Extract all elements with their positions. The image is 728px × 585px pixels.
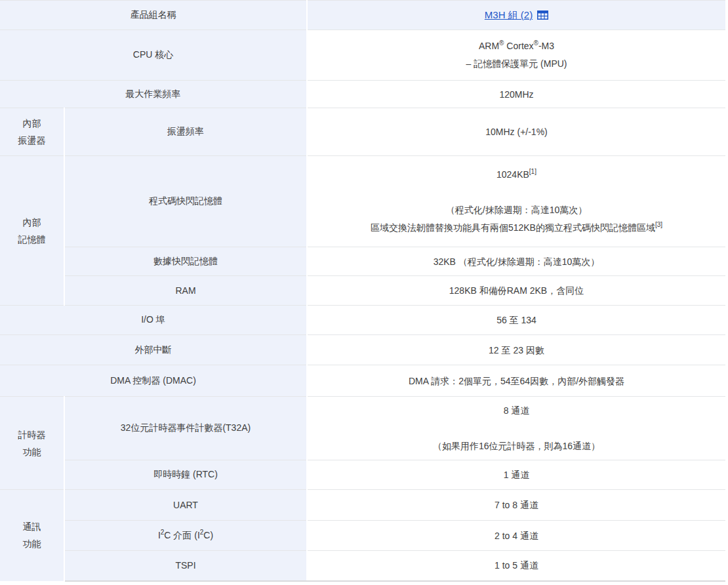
code-flash-label: 程式碼快閃記憶體	[64, 156, 307, 247]
row-label: RAM	[175, 285, 195, 296]
row-external-interrupts: 外部中斷 12 至 23 因數	[0, 335, 725, 365]
row-io-ports: I/O 埠 56 至 134	[0, 306, 725, 335]
row-dma-controller: DMA 控制器 (DMAC) DMA 請求：2個單元，54至64因數，內部/外部…	[0, 365, 725, 397]
row-tspi: TSPI 1 to 5 通道	[0, 551, 725, 581]
row-rtc: 即時時鐘 (RTC) 1 通道	[0, 460, 725, 490]
row-oscillation-frequency: 內部 振盪器 振盪頻率 10MHz (+/-1%)	[0, 108, 725, 156]
data-flash-value: 32KB （程式化/抹除週期：高達10萬次）	[307, 247, 725, 276]
row-product-group: 產品組名稱 M3H 組 (2)	[0, 1, 725, 30]
footnote-3: [3]	[655, 221, 662, 228]
product-group-value: M3H 組 (2)	[307, 1, 725, 30]
ram-label: RAM	[64, 276, 307, 306]
code-flash-value: 1024KB[1] （程式化/抹除週期：高達10萬次） 區域交換法韌體替換功能具…	[307, 156, 725, 247]
max-frequency-label: 最大作業頻率	[0, 81, 307, 108]
registered-mark: ®	[534, 39, 538, 47]
code-flash-size-line: 1024KB[1]	[313, 166, 720, 184]
ram-value: 128KB 和備份RAM 2KB，含同位	[307, 276, 725, 306]
row-label: UART	[173, 500, 198, 510]
oscillation-frequency-label: 振盪頻率	[64, 108, 307, 156]
row-label: 產品組名稱	[131, 9, 176, 20]
io-ports-label: I/O 埠	[0, 306, 307, 335]
link-text[interactable]: M3H 組 (2)	[485, 7, 533, 24]
table-grid-icon[interactable]	[537, 10, 548, 20]
t32a-channels-line: 8 通道	[313, 402, 720, 420]
row-t32a-timer: 計時器 功能 32位元計時器事件計數器(T32A) 8 通道 （如果用作16位元…	[0, 397, 725, 460]
data-flash-label: 數據快閃記憶體	[64, 247, 307, 276]
row-max-frequency: 最大作業頻率 120MHz	[0, 81, 725, 108]
row-label: 程式碼快閃記憶體	[149, 195, 222, 206]
product-spec-table: 產品組名稱 M3H 組 (2) CPU 核心 ARM® Cortex®-M3 –…	[0, 0, 725, 582]
cpu-core-label: CPU 核心	[0, 30, 307, 81]
group-communication-functions: 通訊 功能	[0, 490, 64, 581]
i2c-label: I2C 介面 (I2C)	[64, 521, 307, 551]
uart-label: UART	[64, 490, 307, 521]
row-code-flash: 內部 記憶體 程式碼快閃記憶體 1024KB[1] （程式化/抹除週期：高達10…	[0, 156, 725, 247]
footnote-1: [1]	[529, 168, 536, 175]
row-label: CPU 核心	[133, 49, 173, 60]
row-ram: RAM 128KB 和備份RAM 2KB，含同位	[0, 276, 725, 306]
t32a-note-line: （如果用作16位元計時器，則為16通道）	[313, 437, 720, 455]
group-internal-memory: 內部 記憶體	[0, 156, 64, 306]
row-data-flash: 數據快閃記憶體 32KB （程式化/抹除週期：高達10萬次）	[0, 247, 725, 276]
group-internal-oscillator: 內部 振盪器	[0, 108, 64, 156]
row-label: 數據快閃記憶體	[153, 256, 218, 266]
row-cpu-core: CPU 核心 ARM® Cortex®-M3 – 記憶體保護單元 (MPU)	[0, 30, 725, 81]
row-label: 32位元計時器事件計數器(T32A)	[121, 422, 251, 433]
row-label: 振盪頻率	[167, 126, 204, 136]
dma-controller-label: DMA 控制器 (DMAC)	[0, 365, 307, 397]
row-label: 外部中斷	[135, 344, 172, 355]
tspi-value: 1 to 5 通道	[307, 551, 725, 581]
row-i2c: I2C 介面 (I2C) 2 to 4 通道	[0, 521, 725, 551]
row-label: 即時時鐘 (RTC)	[153, 469, 218, 479]
code-flash-swap-line: 區域交換法韌體替換功能具有兩個512KB的獨立程式碼快閃記憶體區域[3]	[313, 219, 720, 237]
group-timer-functions: 計時器 功能	[0, 397, 64, 490]
spacer-line	[313, 420, 720, 437]
product-group-link[interactable]: M3H 組 (2)	[485, 7, 548, 24]
max-frequency-value: 120MHz	[307, 81, 725, 108]
dma-controller-value: DMA 請求：2個單元，54至64因數，內部/外部觸發器	[307, 365, 725, 397]
row-label: I/O 埠	[141, 314, 165, 325]
t32a-timer-value: 8 通道 （如果用作16位元計時器，則為16通道）	[307, 397, 725, 460]
i2c-value: 2 to 4 通道	[307, 521, 725, 551]
row-label: DMA 控制器 (DMAC)	[110, 375, 196, 386]
product-group-label: 產品組名稱	[0, 1, 307, 30]
rtc-value: 1 通道	[307, 460, 725, 490]
spacer-line	[313, 184, 720, 201]
row-label: TSPI	[175, 560, 195, 571]
cpu-mpu-line: – 記憶體保護單元 (MPU)	[313, 55, 720, 73]
cpu-core-value: ARM® Cortex®-M3 – 記憶體保護單元 (MPU)	[307, 30, 725, 81]
row-uart: 通訊 功能 UART 7 to 8 通道	[0, 490, 725, 521]
oscillation-frequency-value: 10MHz (+/-1%)	[307, 108, 725, 156]
row-label: I2C 介面 (I2C)	[158, 530, 213, 540]
external-interrupts-value: 12 至 23 因數	[307, 335, 725, 365]
code-flash-cycle-line: （程式化/抹除週期：高達10萬次）	[313, 201, 720, 219]
tspi-label: TSPI	[64, 551, 307, 581]
row-label: 最大作業頻率	[126, 89, 181, 99]
t32a-timer-label: 32位元計時器事件計數器(T32A)	[64, 397, 307, 460]
uart-value: 7 to 8 通道	[307, 490, 725, 521]
rtc-label: 即時時鐘 (RTC)	[64, 460, 307, 490]
io-ports-value: 56 至 134	[307, 306, 725, 335]
external-interrupts-label: 外部中斷	[0, 335, 307, 365]
cpu-name-line: ARM® Cortex®-M3	[313, 37, 720, 55]
